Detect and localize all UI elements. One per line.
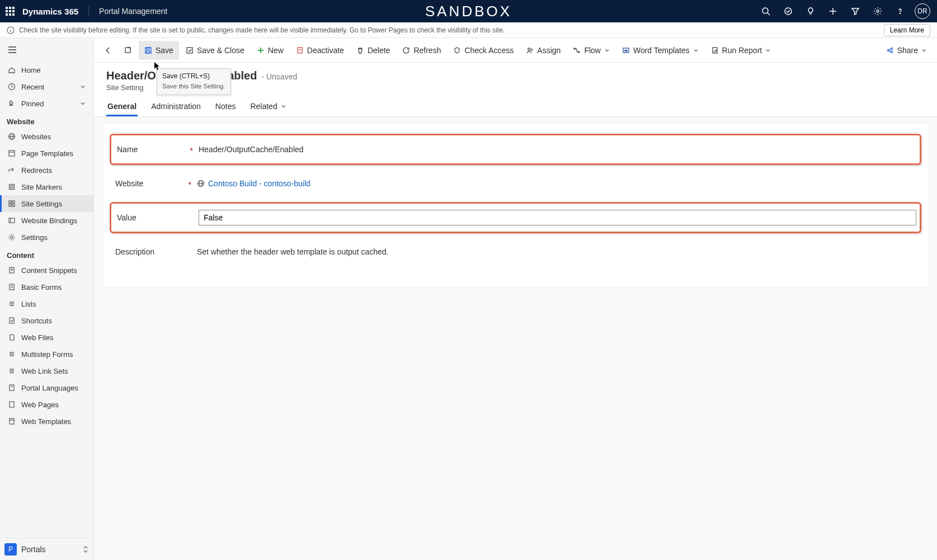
flow-icon bbox=[573, 46, 581, 54]
sidebar-collapse-button[interactable] bbox=[0, 38, 93, 62]
cmd-label: Assign bbox=[537, 46, 561, 55]
sidebar-item-web-pages[interactable]: Web Pages bbox=[0, 396, 93, 413]
name-field-value[interactable]: Header/OutputCache/Enabled bbox=[199, 144, 764, 155]
tab-administration[interactable]: Administration bbox=[150, 98, 202, 116]
environment-label: SANDBOX bbox=[425, 3, 512, 20]
sidebar-group-website: Website bbox=[0, 112, 93, 128]
sidebar-item-portal-languages[interactable]: Portal Languages bbox=[0, 379, 93, 396]
refresh-button[interactable]: Refresh bbox=[397, 41, 446, 60]
svg-rect-5 bbox=[12, 10, 15, 12]
tab-general[interactable]: General bbox=[106, 98, 138, 116]
save-button[interactable]: Save bbox=[139, 41, 179, 60]
sidebar-item-content-snippets[interactable]: Content Snippets bbox=[0, 262, 93, 279]
task-icon[interactable] bbox=[778, 0, 798, 22]
svg-rect-54 bbox=[10, 385, 14, 390]
save-close-icon bbox=[186, 46, 194, 54]
tooltip-body: Save this Site Setting. bbox=[162, 82, 225, 91]
sidebar-item-settings[interactable]: Settings bbox=[0, 229, 93, 246]
sidebar-item-site-settings[interactable]: Site Settings bbox=[0, 195, 93, 212]
svg-rect-0 bbox=[6, 7, 8, 9]
add-icon[interactable] bbox=[823, 0, 843, 22]
svg-rect-27 bbox=[9, 150, 15, 156]
visibility-notice-bar: Check the site visibility before editing… bbox=[0, 22, 937, 38]
save-close-button[interactable]: Save & Close bbox=[180, 41, 250, 60]
cmd-label: Word Templates bbox=[633, 46, 690, 55]
chevron-down-icon bbox=[80, 84, 86, 90]
sidebar-item-websites[interactable]: Websites bbox=[0, 128, 93, 145]
sidebar-item-web-link-sets[interactable]: Web Link Sets bbox=[0, 363, 93, 379]
sidebar-item-lists[interactable]: Lists bbox=[0, 295, 93, 312]
learn-more-button[interactable]: Learn More bbox=[884, 24, 930, 36]
sidebar-area-switcher[interactable]: P Portals bbox=[0, 538, 93, 560]
delete-button[interactable]: Delete bbox=[351, 41, 395, 60]
sidebar-item-label: Lists bbox=[21, 300, 36, 308]
chevron-down-icon bbox=[281, 103, 286, 109]
sidebar-item-label: Website Bindings bbox=[21, 217, 77, 225]
open-new-window-button[interactable] bbox=[119, 41, 138, 60]
sidebar-item-page-templates[interactable]: Page Templates bbox=[0, 145, 93, 162]
new-button[interactable]: New bbox=[251, 41, 289, 60]
sidebar-item-home[interactable]: Home bbox=[0, 62, 93, 78]
sidebar-item-label: Content Snippets bbox=[21, 266, 77, 275]
sidebar-item-multistep-forms[interactable]: Multistep Forms bbox=[0, 346, 93, 363]
value-field-input[interactable] bbox=[199, 210, 916, 225]
svg-rect-47 bbox=[10, 318, 14, 323]
flow-button[interactable]: Flow bbox=[567, 41, 615, 60]
tab-related[interactable]: Related bbox=[249, 98, 287, 116]
record-tabs: General Administration Notes Related bbox=[94, 92, 937, 117]
svg-rect-32 bbox=[12, 201, 15, 203]
sidebar-item-web-files[interactable]: Web Files bbox=[0, 329, 93, 346]
notice-text: Check the site visibility before editing… bbox=[19, 26, 505, 34]
record-title-left: Header/Ou bbox=[106, 69, 163, 82]
value-field-label: Value bbox=[115, 213, 199, 222]
back-button[interactable] bbox=[98, 41, 117, 60]
chevron-down-icon bbox=[921, 48, 927, 53]
filter-icon[interactable] bbox=[845, 0, 865, 22]
sidebar-item-label: Page Templates bbox=[21, 149, 73, 158]
check-access-button[interactable]: Check Access bbox=[448, 41, 519, 60]
search-icon[interactable] bbox=[756, 0, 776, 22]
app-launcher-icon[interactable] bbox=[4, 6, 16, 17]
sidebar-item-website-bindings[interactable]: Website Bindings bbox=[0, 212, 93, 229]
highlight-value-row: Value bbox=[110, 202, 921, 233]
main-content: Save Save & Close New Deactivate Delete … bbox=[94, 38, 937, 560]
sidebar-item-pinned[interactable]: Pinned bbox=[0, 95, 93, 112]
sidebar-group-content: Content bbox=[0, 246, 93, 262]
form-general: Name* Header/OutputCache/Enabled Website… bbox=[103, 124, 928, 287]
sidebar-item-redirects[interactable]: Redirects bbox=[0, 162, 93, 178]
tab-notes[interactable]: Notes bbox=[214, 98, 237, 116]
sidebar-item-site-markers[interactable]: Site Markers bbox=[0, 178, 93, 195]
gear-icon bbox=[8, 233, 16, 241]
sidebar-item-label: Web Templates bbox=[21, 417, 71, 426]
svg-rect-66 bbox=[298, 48, 302, 53]
svg-rect-6 bbox=[6, 13, 8, 16]
share-button[interactable]: Share bbox=[881, 41, 933, 60]
sidebar-item-web-templates[interactable]: Web Templates bbox=[0, 413, 93, 430]
brand-divider bbox=[88, 6, 89, 16]
chevron-down-icon bbox=[693, 48, 699, 53]
sidebar-item-basic-forms[interactable]: Basic Forms bbox=[0, 279, 93, 295]
chevron-down-icon bbox=[765, 48, 771, 53]
word-templates-button[interactable]: Word Templates bbox=[616, 41, 704, 60]
page-icon bbox=[8, 401, 16, 408]
list-icon bbox=[8, 300, 16, 308]
redirect-icon bbox=[8, 166, 16, 174]
website-lookup-value[interactable]: Contoso Build - contoso-build bbox=[197, 179, 762, 188]
sidebar-item-label: Recent bbox=[21, 83, 44, 91]
marker-icon bbox=[8, 183, 16, 191]
user-avatar[interactable]: DR bbox=[912, 0, 933, 22]
svg-rect-56 bbox=[10, 402, 14, 407]
help-icon[interactable] bbox=[890, 0, 910, 22]
lightbulb-icon[interactable] bbox=[801, 0, 821, 22]
svg-rect-63 bbox=[187, 48, 192, 53]
sidebar-item-recent[interactable]: Recent bbox=[0, 78, 93, 95]
description-field-value[interactable]: Set whether the header web template is o… bbox=[197, 246, 762, 257]
gear-icon[interactable] bbox=[868, 0, 888, 22]
cmd-label: Check Access bbox=[464, 46, 514, 55]
cmd-label: Share bbox=[897, 46, 918, 55]
run-report-button[interactable]: Run Report bbox=[705, 41, 777, 60]
sidebar-item-shortcuts[interactable]: Shortcuts bbox=[0, 312, 93, 329]
svg-rect-35 bbox=[9, 218, 15, 223]
deactivate-button[interactable]: Deactivate bbox=[290, 41, 350, 60]
assign-button[interactable]: Assign bbox=[520, 41, 566, 60]
